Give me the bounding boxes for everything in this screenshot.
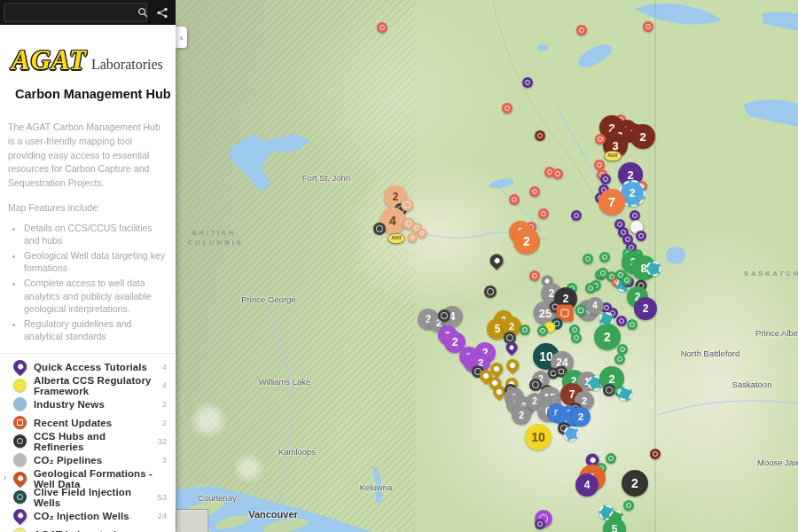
map-marker[interactable]: 2 bbox=[622, 470, 648, 497]
map-marker[interactable]: 2 bbox=[630, 124, 655, 149]
divider bbox=[0, 353, 176, 354]
map-marker[interactable] bbox=[595, 134, 606, 145]
marker-count: 2 bbox=[532, 397, 537, 406]
map-marker[interactable]: 2 bbox=[634, 297, 657, 320]
map-marker[interactable] bbox=[616, 316, 627, 326]
map-marker[interactable] bbox=[622, 275, 632, 286]
map-marker[interactable] bbox=[520, 325, 530, 335]
map-marker[interactable] bbox=[600, 174, 611, 184]
map-marker[interactable] bbox=[490, 363, 503, 375]
marker-count: AGAT bbox=[391, 237, 402, 241]
sidebar-item-co-injection-wells[interactable]: CO₂ Injection Wells24 bbox=[0, 506, 176, 525]
map-marker[interactable] bbox=[614, 354, 625, 364]
map-marker[interactable] bbox=[418, 229, 427, 239]
map-marker[interactable] bbox=[646, 262, 661, 277]
map-marker[interactable] bbox=[575, 305, 587, 317]
map-marker[interactable] bbox=[438, 309, 450, 322]
search-icon[interactable] bbox=[137, 7, 148, 18]
sidebar-item-geological-formations-well-data[interactable]: ›Geological Formations - Well Data bbox=[0, 469, 176, 488]
sidebar-item-clive-field-injection-wells[interactable]: Clive Field Injection Wells53 bbox=[0, 488, 176, 506]
map-marker[interactable]: 4 bbox=[575, 473, 598, 497]
layer-label: Industry News bbox=[34, 399, 162, 410]
map-marker[interactable]: AGAT bbox=[387, 233, 405, 244]
layer-circle-icon bbox=[13, 379, 27, 392]
sidebar-item-agat-laboratories[interactable]: AGATAGAT Laboratories16 bbox=[0, 525, 176, 532]
map-marker[interactable] bbox=[599, 252, 610, 262]
map-marker[interactable] bbox=[538, 208, 549, 219]
layer-circle-icon bbox=[13, 453, 27, 466]
search-box[interactable] bbox=[4, 3, 147, 22]
layer-count: 4 bbox=[162, 380, 176, 390]
layer-circle-icon bbox=[13, 490, 27, 504]
marker-count: 2 bbox=[519, 411, 524, 420]
map-marker[interactable] bbox=[522, 77, 533, 88]
layer-label: CCS Hubs and Refineries bbox=[34, 431, 157, 452]
sidebar-item-ccs-hubs-and-refineries[interactable]: CCS Hubs and Refineries32 bbox=[0, 432, 176, 450]
map-marker[interactable]: AGAT bbox=[604, 151, 622, 161]
map-marker[interactable] bbox=[623, 500, 634, 511]
map-marker[interactable] bbox=[529, 270, 540, 281]
map-marker[interactable] bbox=[552, 168, 563, 179]
map-marker[interactable] bbox=[564, 426, 579, 442]
map-marker[interactable] bbox=[377, 22, 387, 33]
map-marker[interactable] bbox=[502, 103, 512, 113]
map-marker[interactable] bbox=[490, 254, 504, 268]
map-marker[interactable]: 7 bbox=[598, 189, 625, 215]
share-icon[interactable] bbox=[156, 7, 168, 19]
sidebar: AGATLaboratories Carbon Management Hub T… bbox=[0, 25, 176, 532]
sidebar-collapse-button[interactable]: ‹ bbox=[176, 27, 187, 48]
layer-circle-icon bbox=[13, 397, 27, 411]
map-marker[interactable] bbox=[585, 283, 596, 293]
map-marker[interactable] bbox=[650, 449, 661, 459]
map-marker[interactable] bbox=[537, 325, 548, 336]
map-marker[interactable]: 2 bbox=[513, 228, 540, 254]
map-marker[interactable] bbox=[636, 231, 646, 241]
map-marker[interactable] bbox=[583, 254, 593, 264]
map-marker[interactable] bbox=[643, 21, 653, 32]
map-marker[interactable] bbox=[408, 233, 418, 243]
map-marker[interactable] bbox=[571, 210, 582, 221]
sidebar-item-industry-news[interactable]: Industry News2 bbox=[0, 395, 176, 413]
marker-count: 2 bbox=[582, 396, 587, 406]
search-bar bbox=[0, 0, 176, 25]
map-marker[interactable] bbox=[506, 359, 519, 372]
map-marker[interactable] bbox=[627, 319, 638, 330]
hub-description: The AGAT Carbon Management Hub is a user… bbox=[8, 121, 163, 191]
map-marker[interactable] bbox=[618, 387, 632, 401]
marker-count: 2 bbox=[608, 373, 614, 385]
layer-label: CO₂ Injection Wells bbox=[34, 511, 157, 521]
map-marker[interactable] bbox=[493, 386, 505, 398]
map-marker[interactable] bbox=[535, 519, 545, 529]
map-marker[interactable] bbox=[535, 130, 545, 141]
marker-count: 2 bbox=[563, 293, 569, 304]
marker-count: 2 bbox=[631, 477, 638, 489]
map-marker[interactable] bbox=[401, 199, 413, 211]
map-marker[interactable] bbox=[571, 332, 582, 343]
sidebar-item-recent-updates[interactable]: Recent Updates2 bbox=[0, 413, 176, 432]
marker-count: 4 bbox=[584, 480, 591, 490]
layer-count: 2 bbox=[162, 418, 176, 427]
layer-count: 24 bbox=[157, 511, 176, 520]
map-marker[interactable]: 2 bbox=[571, 407, 591, 426]
sidebar-item-alberta-ccs-regulatory-framework[interactable]: Alberta CCS Regulatory Framework4 bbox=[0, 376, 176, 395]
map-pin-icon bbox=[13, 360, 27, 373]
map-marker[interactable] bbox=[484, 286, 497, 298]
search-input[interactable] bbox=[4, 7, 137, 18]
map-marker[interactable] bbox=[529, 379, 542, 391]
map-marker[interactable]: 4 bbox=[586, 297, 604, 315]
map-marker[interactable]: 2 bbox=[594, 324, 621, 350]
map-marker[interactable]: 10 bbox=[525, 424, 552, 450]
marker-count: 4 bbox=[592, 301, 598, 310]
feature-item: Complete access to well data analytics a… bbox=[24, 277, 167, 315]
overview-inset-map[interactable] bbox=[176, 509, 208, 532]
map-marker[interactable] bbox=[576, 25, 587, 35]
map-marker[interactable] bbox=[606, 453, 616, 464]
map-marker[interactable] bbox=[373, 223, 386, 235]
map-marker[interactable] bbox=[529, 186, 540, 197]
map-marker[interactable] bbox=[598, 268, 608, 278]
sidebar-item-quick-access-tutorials[interactable]: Quick Access Tutorials4 bbox=[0, 357, 176, 376]
map-marker[interactable] bbox=[506, 342, 518, 354]
expand-chevron-icon[interactable]: › bbox=[4, 473, 6, 482]
map-marker[interactable] bbox=[509, 194, 520, 205]
sidebar-item-co-pipelines[interactable]: CO₂ Pipelines3 bbox=[0, 450, 176, 469]
